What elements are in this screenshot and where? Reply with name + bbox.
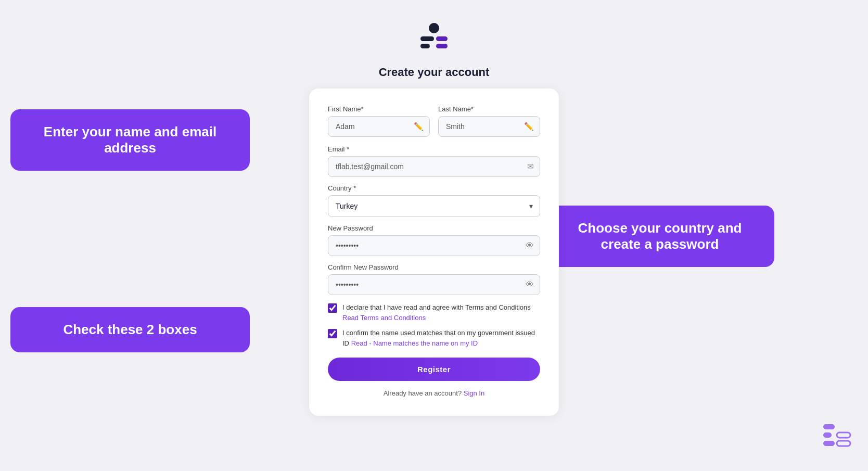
id-match-link[interactable]: Read - Name matches the name on my ID (351, 339, 478, 347)
first-name-input[interactable] (328, 116, 430, 137)
email-input-wrapper: ✉ (328, 156, 540, 177)
confirm-password-group: Confirm New Password 👁 (328, 263, 540, 295)
confirm-password-label: Confirm New Password (328, 263, 540, 271)
show-password-icon[interactable]: 👁 (526, 241, 534, 250)
country-label: Country * (328, 184, 540, 192)
email-group: Email * ✉ (328, 145, 540, 177)
id-match-text: I confirm the name used matches that on … (342, 328, 540, 348)
svg-rect-1 (420, 36, 434, 41)
svg-rect-2 (420, 44, 430, 48)
name-row: First Name* ✏️ Last Name* ✏️ (328, 105, 540, 137)
new-password-input[interactable] (328, 235, 540, 256)
first-name-group: First Name* ✏️ (328, 105, 430, 137)
country-select[interactable]: Turkey United States United Kingdom Germ… (328, 195, 540, 217)
terms-checkbox-item: I declare that I have read and agree wit… (328, 302, 540, 323)
confirm-password-input[interactable] (328, 274, 540, 295)
new-password-wrapper: 👁 (328, 235, 540, 256)
terms-checkbox[interactable] (328, 303, 337, 313)
annotation-name-email: Enter your name and email address (10, 109, 250, 171)
svg-rect-8 (837, 432, 850, 438)
show-confirm-password-icon[interactable]: 👁 (526, 280, 534, 289)
annotation-country-password: Choose your country and create a passwor… (545, 206, 774, 267)
country-select-wrapper: Turkey United States United Kingdom Germ… (328, 195, 540, 217)
register-button[interactable]: Register (328, 358, 540, 381)
signin-prompt: Already have an account? (384, 389, 462, 397)
app-logo (413, 19, 455, 60)
last-name-label: Last Name* (438, 105, 540, 113)
signin-row: Already have an account? Sign In (328, 389, 540, 397)
registration-form: First Name* ✏️ Last Name* ✏️ Email * ✉ C… (309, 88, 559, 416)
terms-link[interactable]: Read Terms and Conditions (342, 314, 426, 322)
email-input[interactable] (328, 156, 540, 177)
svg-rect-7 (823, 441, 835, 446)
svg-rect-9 (837, 441, 850, 446)
last-name-group: Last Name* ✏️ (438, 105, 540, 137)
svg-rect-6 (823, 432, 832, 438)
country-group: Country * Turkey United States United Ki… (328, 184, 540, 217)
last-name-input[interactable] (438, 116, 540, 137)
email-label: Email * (328, 145, 540, 153)
logo-area: Create your account (0, 0, 868, 79)
checkbox-section: I declare that I have read and agree wit… (328, 302, 540, 348)
confirm-password-wrapper: 👁 (328, 274, 540, 295)
first-name-input-wrapper: ✏️ (328, 116, 430, 137)
svg-point-0 (429, 23, 439, 33)
svg-rect-3 (436, 36, 448, 41)
new-password-label: New Password (328, 224, 540, 232)
bottom-right-logo-mark (821, 422, 852, 455)
first-name-label: First Name* (328, 105, 430, 113)
id-match-checkbox[interactable] (328, 329, 337, 338)
svg-rect-4 (436, 44, 448, 48)
annotation-check-boxes: Check these 2 boxes (10, 307, 250, 352)
svg-rect-5 (823, 424, 835, 429)
new-password-group: New Password 👁 (328, 224, 540, 256)
signin-link[interactable]: Sign In (464, 389, 484, 397)
id-match-checkbox-item: I confirm the name used matches that on … (328, 328, 540, 348)
page-title: Create your account (379, 66, 490, 79)
terms-text: I declare that I have read and agree wit… (342, 302, 531, 323)
last-name-input-wrapper: ✏️ (438, 116, 540, 137)
